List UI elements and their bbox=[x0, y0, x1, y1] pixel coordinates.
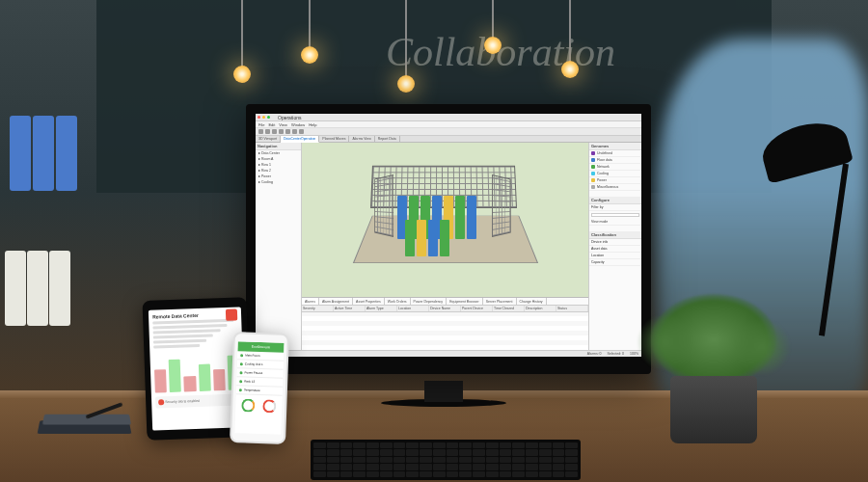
nav-fwd-icon[interactable] bbox=[265, 129, 270, 134]
details-tab[interactable]: Power Dependency bbox=[411, 298, 448, 305]
server-rack[interactable] bbox=[467, 196, 476, 239]
column-header[interactable]: Severity bbox=[302, 306, 334, 311]
keyboard-key bbox=[433, 464, 446, 469]
column-header[interactable]: Description bbox=[525, 306, 556, 311]
grid-icon[interactable] bbox=[299, 129, 304, 134]
close-icon[interactable] bbox=[258, 116, 260, 119]
keyboard-key bbox=[486, 464, 499, 469]
legend-item[interactable]: Floor data bbox=[589, 157, 641, 164]
editor-tab[interactable]: DataCenterOperation bbox=[281, 136, 319, 143]
classification-item[interactable]: Location bbox=[589, 253, 641, 259]
keyboard-key bbox=[313, 464, 326, 469]
column-header[interactable]: Parent Device bbox=[461, 306, 493, 311]
server-rack[interactable] bbox=[440, 220, 449, 256]
window-titlebar[interactable]: Operations bbox=[256, 114, 641, 121]
menu-window[interactable]: Window bbox=[291, 122, 305, 127]
details-tab[interactable]: Server Placement bbox=[483, 298, 517, 305]
keyboard-key bbox=[420, 449, 432, 455]
grid-body[interactable] bbox=[302, 312, 588, 350]
column-header[interactable]: Location bbox=[397, 306, 429, 311]
keyboard-key bbox=[459, 449, 472, 455]
keyboard-key bbox=[313, 449, 326, 455]
classification-item[interactable]: Device info bbox=[589, 239, 641, 246]
legend-label: Power bbox=[597, 178, 639, 182]
phone-row-label: Cooling Unit 1 bbox=[245, 362, 263, 366]
alert-icon[interactable] bbox=[226, 309, 237, 321]
classification-item[interactable]: Capacity bbox=[589, 259, 641, 266]
details-tab[interactable]: Asset Properties bbox=[353, 298, 385, 305]
keyboard-key bbox=[420, 457, 432, 463]
keyboard-key bbox=[473, 464, 485, 469]
status-zoom: 100% bbox=[630, 352, 638, 356]
column-header[interactable]: Time Cleared bbox=[493, 306, 525, 311]
window-title: Operations bbox=[278, 115, 301, 120]
server-rack[interactable] bbox=[405, 220, 415, 256]
keyboard-key bbox=[340, 442, 353, 448]
maximize-icon[interactable] bbox=[267, 116, 270, 119]
save-icon[interactable] bbox=[272, 129, 277, 134]
keyboard-key bbox=[420, 442, 432, 448]
keyboard-key bbox=[565, 464, 578, 469]
server-rack[interactable] bbox=[428, 220, 438, 256]
keyboard-key bbox=[340, 464, 353, 469]
keyboard-key bbox=[340, 449, 353, 455]
filter-input[interactable] bbox=[591, 213, 639, 217]
keyboard-key bbox=[539, 449, 552, 455]
menu-help[interactable]: Help bbox=[309, 122, 316, 127]
legend-item[interactable]: Network bbox=[589, 164, 641, 171]
gauge-icon[interactable] bbox=[262, 399, 276, 413]
phone-device: EcoStruxure Main RoomCooling Unit 1Power… bbox=[230, 332, 289, 444]
legend-item[interactable]: Miscellaneous bbox=[589, 184, 641, 191]
keyboard-key bbox=[500, 457, 512, 463]
column-header[interactable]: Alarm Type bbox=[366, 306, 397, 311]
legend-item[interactable]: Cooling bbox=[589, 171, 641, 177]
column-header[interactable]: Status bbox=[556, 306, 588, 311]
gauge-icon[interactable] bbox=[241, 398, 255, 412]
bulb-icon bbox=[233, 66, 251, 83]
status-dot-icon bbox=[240, 362, 243, 365]
server-rack[interactable] bbox=[455, 196, 465, 239]
keyboard-key bbox=[553, 464, 565, 469]
keyboard-key bbox=[565, 457, 578, 463]
layers-icon[interactable] bbox=[292, 129, 297, 134]
keyboard-key bbox=[459, 471, 472, 477]
legend-item[interactable]: Undefined bbox=[589, 150, 641, 157]
nav-back-icon[interactable] bbox=[258, 129, 263, 134]
editor-tab[interactable]: 3D Viewport bbox=[256, 136, 281, 142]
3d-viewport[interactable] bbox=[302, 143, 588, 297]
keyboard-key bbox=[420, 471, 432, 477]
keyboard-key bbox=[473, 449, 485, 455]
binder bbox=[27, 251, 48, 326]
editor-tab[interactable]: Report Data bbox=[375, 136, 400, 142]
nav-tree-item[interactable]: ▸ Cooling bbox=[256, 179, 301, 185]
server-rack[interactable] bbox=[417, 220, 426, 256]
details-tab[interactable]: Alarms bbox=[302, 298, 319, 305]
column-header[interactable]: Device Name bbox=[429, 306, 461, 311]
menu-view[interactable]: View bbox=[279, 122, 287, 127]
keyboard-key bbox=[380, 464, 393, 469]
column-header[interactable]: Active Time bbox=[334, 306, 366, 311]
details-tab[interactable]: Change History bbox=[517, 298, 547, 305]
zoom-icon[interactable] bbox=[285, 129, 290, 134]
refresh-icon[interactable] bbox=[279, 129, 284, 134]
details-tab[interactable]: Work Orders bbox=[385, 298, 411, 305]
keyboard-key bbox=[539, 442, 552, 448]
classification-item[interactable]: Asset data bbox=[589, 246, 641, 253]
details-tab[interactable]: Alarm Assignment bbox=[319, 298, 353, 305]
plant bbox=[651, 294, 776, 386]
editor-tab[interactable]: Planned Moves bbox=[319, 136, 349, 142]
color-swatch-icon bbox=[591, 165, 595, 169]
legend-item[interactable]: Power bbox=[589, 177, 641, 184]
editor-tab[interactable]: Alarms View bbox=[349, 136, 374, 142]
minimize-icon[interactable] bbox=[262, 116, 265, 119]
menu-file[interactable]: File bbox=[258, 122, 264, 127]
tablet-footer-text: Security alerts enabled bbox=[165, 399, 200, 404]
status-dot-icon bbox=[240, 354, 243, 357]
keyboard-key bbox=[486, 457, 499, 463]
phone-app[interactable]: EcoStruxure Main RoomCooling Unit 1Power… bbox=[234, 341, 284, 435]
keyboard-key bbox=[512, 471, 525, 477]
keyboard-key bbox=[447, 457, 459, 463]
details-tab[interactable]: Equipment Browser bbox=[447, 298, 483, 305]
status-selected: Selected: 0 bbox=[608, 352, 625, 356]
menu-edit[interactable]: Edit bbox=[268, 122, 275, 127]
